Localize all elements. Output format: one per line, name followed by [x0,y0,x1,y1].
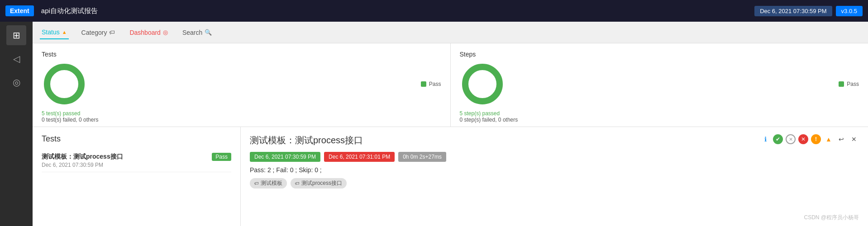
main-content: Tests Pass 5 test(s) passed 0 te [33,43,868,226]
dashboard-label: Dashboard [129,29,161,36]
detail-start-time: Dec 6, 2021 07:30:59 PM [250,152,320,162]
sidebar-icon-tag[interactable]: ◁ [6,49,26,69]
nav-item-search[interactable]: Search 🔍 [181,26,214,39]
steps-failed-count: 0 step(s) failed, 0 others [460,117,518,123]
tests-legend: Pass [421,81,441,87]
nav-item-status[interactable]: Status ▲ [40,26,69,39]
steps-donut-svg [460,61,505,107]
sidebar-icon-dashboard[interactable]: ◎ [6,72,26,92]
header-bar: Extent api自动化测试报告 Dec 6, 2021 07:30:59 P… [0,0,868,22]
page-title: api自动化测试报告 [41,7,98,15]
nav-item-dashboard[interactable]: Dashboard ◎ [128,26,170,39]
sidebar-icon-grid[interactable]: ⊞ [6,25,26,45]
steps-donut-chart [460,61,505,107]
detail-actions: ℹ ✔ ✕ ✕ ! ▲ ↩ ✕ [760,134,859,144]
watermark: CSDN @程序员小杨哥 [804,214,859,221]
steps-pass-label: Pass [847,81,859,87]
action-undo-icon[interactable]: ↩ [836,134,846,144]
category-icon: 🏷 [109,29,115,36]
steps-stats-panel: Steps Pass 5 step(s) passed 0 st [451,43,868,127]
action-close-icon[interactable]: ✕ [849,134,859,144]
tests-panel-title: Tests [42,51,441,58]
test-item-time: Dec 6, 2021 07:30:59 PM [42,162,231,168]
tests-list-title: Tests [42,134,231,144]
action-exclaim-icon[interactable]: ! [811,134,821,144]
header-right: Dec 6, 2021 07:30:59 PM v3.0.5 [754,6,863,16]
tests-pass-label: Pass [429,81,441,87]
steps-legend: Pass [839,81,859,87]
tests-donut-svg [42,61,87,107]
test-item-header: 测试模板：测试process接口 Pass [42,153,231,161]
detail-panel: 测试模板：测试process接口 Dec 6, 2021 07:30:59 PM… [241,127,868,226]
tests-failed-count: 0 test(s) failed, 0 others [42,117,98,123]
action-x-red-icon[interactable]: ✕ [798,134,808,144]
detail-end-time: Dec 6, 2021 07:31:01 PM [324,152,395,162]
detail-tags: 测试模板 测试process接口 [250,178,859,188]
tests-passed-count: 5 test(s) passed [42,110,80,117]
steps-passed-count: 5 step(s) passed [460,110,500,117]
tests-donut-chart [42,61,87,107]
detail-duration: 0h 0m 2s+27ms [398,152,446,162]
steps-stats-text: 5 step(s) passed 0 step(s) failed, 0 oth… [460,110,859,123]
steps-pass-dot [839,81,844,87]
tests-list-panel: Tests 测试模板：测试process接口 Pass Dec 6, 2021 … [33,127,241,226]
sidebar: ⊞ ◁ ◎ [0,22,33,226]
search-label: Search [182,29,202,36]
tests-stats-text: 5 test(s) passed 0 test(s) failed, 0 oth… [42,110,441,123]
steps-chart-area: Pass [460,61,859,107]
category-label: Category [81,29,107,36]
svg-point-1 [55,75,73,93]
dashboard-icon: ◎ [163,29,168,36]
detail-tag-1: 测试process接口 [291,178,347,188]
brand-label: Extent [5,5,34,16]
header-datetime: Dec 6, 2021 07:30:59 PM [754,6,832,16]
test-item-status-badge: Pass [212,153,231,161]
detail-stats-text: Pass: 2 ; Fail: 0 ; Skip: 0 ; [250,166,859,174]
steps-legend-pass: Pass [839,81,859,87]
test-item-name: 测试模板：测试process接口 [42,153,123,161]
header-version: v3.0.5 [836,6,863,16]
tests-chart-area: Pass [42,61,441,107]
status-label: Status [42,28,60,36]
search-icon: 🔍 [205,29,212,36]
steps-panel-title: Steps [460,51,859,58]
action-info-icon[interactable]: ℹ [760,134,770,144]
nav-item-category[interactable]: Category 🏷 [80,26,117,39]
action-check-icon[interactable]: ✔ [773,134,783,144]
svg-point-3 [473,75,491,93]
tests-stats-panel: Tests Pass 5 test(s) passed 0 te [33,43,451,127]
detail-tag-0: 测试模板 [250,178,287,188]
test-item[interactable]: 测试模板：测试process接口 Pass Dec 6, 2021 07:30:… [42,149,231,172]
stats-section: Tests Pass 5 test(s) passed 0 te [33,43,868,127]
tests-pass-dot [421,81,426,87]
navbar: Status ▲ Category 🏷 Dashboard ◎ Search 🔍 [33,22,868,43]
status-icon: ▲ [62,29,67,35]
detail-badges: Dec 6, 2021 07:30:59 PM Dec 6, 2021 07:3… [250,152,859,162]
bottom-section: Tests 测试模板：测试process接口 Pass Dec 6, 2021 … [33,127,868,226]
action-warn-icon[interactable]: ▲ [824,134,834,144]
tests-legend-pass: Pass [421,81,441,87]
header-left: Extent api自动化测试报告 [5,5,98,16]
action-circle-icon[interactable]: ✕ [786,134,796,144]
